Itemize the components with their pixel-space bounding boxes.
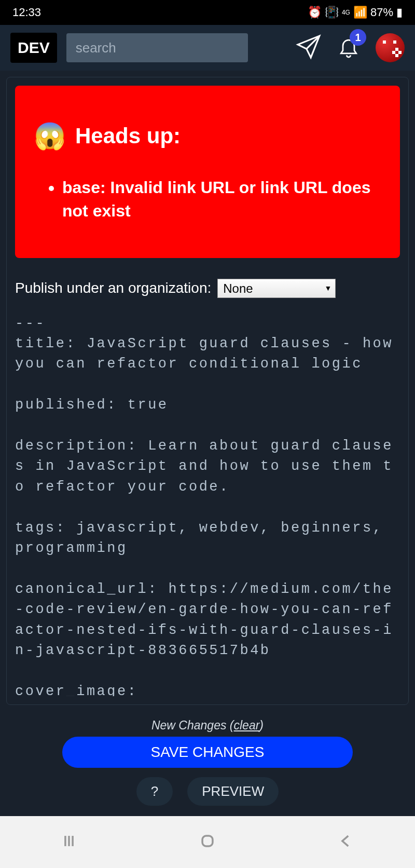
status-bar: 12:33 ⏰ 📳 4G 📶 87% ▮	[0, 0, 415, 25]
avatar[interactable]	[376, 33, 405, 62]
alert-box: 😱 Heads up: base: Invalid link URL or li…	[15, 86, 400, 258]
bell-icon	[337, 51, 360, 60]
alert-item: base: Invalid link URL or link URL does …	[62, 176, 381, 223]
back-button[interactable]	[337, 832, 355, 852]
help-button[interactable]: ?	[136, 777, 173, 806]
alarm-icon: ⏰	[308, 6, 322, 19]
notification-badge: 1	[350, 29, 366, 46]
alert-list: base: Invalid link URL or link URL does …	[34, 176, 381, 223]
editor-card: 😱 Heads up: base: Invalid link URL or li…	[6, 77, 409, 705]
preview-button[interactable]: PREVIEW	[187, 777, 279, 806]
send-icon[interactable]	[296, 34, 322, 62]
changes-row: New Changes (clear)	[9, 718, 406, 733]
search-input[interactable]	[66, 33, 248, 62]
organization-select[interactable]: None	[217, 279, 336, 298]
battery-icon: ▮	[396, 6, 403, 19]
organization-row: Publish under an organization: None	[15, 279, 400, 298]
organization-label: Publish under an organization:	[15, 280, 211, 296]
home-button[interactable]	[199, 832, 216, 852]
notifications-button[interactable]: 1	[337, 35, 360, 60]
android-nav-bar	[0, 816, 415, 868]
changes-suffix: )	[259, 718, 264, 732]
main-area: 😱 Heads up: base: Invalid link URL or li…	[0, 71, 415, 711]
svg-rect-3	[202, 836, 213, 846]
status-time: 12:33	[12, 6, 41, 19]
vibrate-icon: 📳	[325, 6, 339, 19]
status-right: ⏰ 📳 4G 📶 87% ▮	[308, 6, 403, 19]
dev-logo[interactable]: DEV	[10, 33, 57, 63]
editor-textarea[interactable]: --- title: JavaScript guard clauses - ho…	[15, 314, 400, 696]
save-changes-button[interactable]: SAVE CHANGES	[62, 737, 353, 768]
app-header: DEV 1	[0, 25, 415, 71]
signal-icon: 📶	[353, 6, 367, 19]
bottom-bar: New Changes (clear) SAVE CHANGES ? PREVI…	[0, 711, 415, 816]
clear-link[interactable]: clear	[234, 718, 260, 732]
alert-title: 😱 Heads up:	[34, 121, 381, 151]
network-type: 4G	[342, 9, 350, 16]
scream-emoji-icon: 😱	[34, 121, 66, 151]
changes-text: New Changes (	[151, 718, 234, 732]
battery-percent: 87%	[370, 6, 393, 19]
recents-button[interactable]	[60, 832, 78, 852]
alert-title-text: Heads up:	[75, 124, 181, 148]
